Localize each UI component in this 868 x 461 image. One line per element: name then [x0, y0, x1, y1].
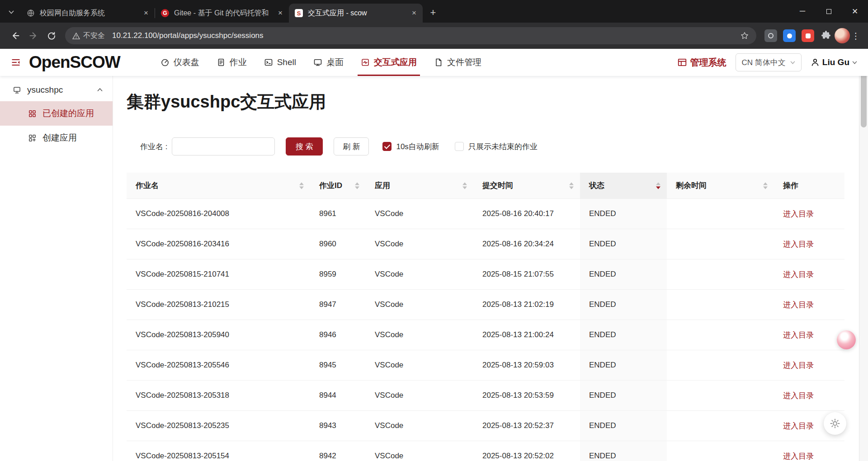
actions-cell: 进入目录 [774, 441, 844, 461]
tab-close-icon[interactable]: × [275, 8, 285, 18]
browser-tab-gitee[interactable]: G Gitee - 基于 Git 的代码托管和 × [155, 4, 289, 23]
table-row: VSCode-20250813-210215 8947 VSCode 2025-… [127, 290, 844, 320]
job-id-cell: 8961 [310, 199, 366, 229]
column-header-status[interactable]: 状态 [580, 173, 667, 199]
nav-item-file-manager[interactable]: 文件管理 [425, 49, 490, 76]
job-name-input[interactable] [172, 137, 275, 155]
extension-icon-3[interactable] [802, 29, 814, 42]
table-row: VSCode-20250813-205318 8944 VSCode 2025-… [127, 381, 844, 411]
openscow-logo[interactable]: OpenSCOW [29, 53, 120, 72]
column-header-submit-time[interactable]: 提交时间 [473, 173, 580, 199]
user-menu[interactable]: Liu Gu [811, 57, 857, 67]
browser-toolbar: 不安全 10.21.22.100/portal/apps/ysucshpc/se… [0, 23, 868, 49]
actions-cell: 进入目录 [774, 320, 844, 350]
enter-directory-link[interactable]: 进入目录 [783, 361, 814, 370]
browser-profile-avatar[interactable] [835, 28, 850, 43]
nav-item-shell[interactable]: Shell [255, 49, 305, 76]
status-cell: ENDED [580, 381, 667, 411]
sidebar-group-cluster[interactable]: ysucshpc [0, 79, 113, 101]
maximize-button[interactable] [816, 0, 842, 23]
address-bar[interactable]: 不安全 10.21.22.100/portal/apps/ysucshpc/se… [65, 27, 756, 44]
browser-menu-button[interactable]: ⋮ [850, 27, 862, 45]
submit-time-cell: 2025-08-15 21:07:55 [473, 259, 580, 290]
sidebar-item-created-apps[interactable]: 已创建的应用 [0, 101, 113, 126]
sort-icons [462, 182, 467, 189]
tab-close-icon[interactable]: × [141, 8, 151, 18]
app-cell: VSCode [366, 411, 473, 441]
enter-directory-link[interactable]: 进入目录 [783, 452, 814, 461]
enter-directory-link[interactable]: 进入目录 [783, 391, 814, 400]
sort-icons [763, 182, 768, 189]
browser-tab-campus[interactable]: 校园网自助服务系统 × [21, 4, 155, 23]
forward-button[interactable] [24, 27, 42, 45]
auto-refresh-checkbox-group[interactable]: 10s自动刷新 [382, 141, 439, 152]
enter-directory-link[interactable]: 进入目录 [783, 240, 814, 249]
table-row: VSCode-20250813-205940 8946 VSCode 2025-… [127, 320, 844, 350]
column-header-remaining-time[interactable]: 剩余时间 [667, 173, 774, 199]
enter-directory-link[interactable]: 进入目录 [783, 331, 814, 339]
enter-directory-link[interactable]: 进入目录 [783, 270, 814, 279]
column-header-job-id[interactable]: 作业ID [310, 173, 366, 199]
maximize-icon [826, 9, 831, 14]
star-icon [740, 31, 749, 40]
admin-system-link[interactable]: 管理系统 [677, 56, 726, 69]
submit-time-cell: 2025-08-13 21:02:19 [473, 290, 580, 320]
submit-time-cell: 2025-08-13 21:00:24 [473, 320, 580, 350]
scow-icon: S [294, 9, 303, 18]
theme-toggle-button[interactable] [824, 412, 846, 435]
sidebar-item-create-app[interactable]: 创建应用 [0, 126, 113, 150]
job-id-cell: 8945 [310, 350, 366, 381]
minimize-button[interactable]: ─ [789, 0, 816, 23]
actions-cell: 进入目录 [774, 229, 844, 259]
tab-search-button[interactable] [5, 5, 18, 19]
close-button[interactable]: ✕ [842, 0, 868, 23]
tab-close-icon[interactable]: × [409, 8, 419, 18]
sun-icon [830, 418, 840, 429]
sidebar: ysucshpc 已创建的应用 创建应用 [0, 76, 113, 461]
only-unfinished-checkbox[interactable] [455, 142, 464, 151]
reload-icon [47, 31, 56, 40]
enter-directory-link[interactable]: 进入目录 [783, 210, 814, 218]
nav-item-desktop[interactable]: 桌面 [305, 49, 352, 76]
page-scrollbar[interactable] [859, 49, 868, 461]
file-manager-icon [434, 58, 443, 67]
actions-cell: 进入目录 [774, 199, 844, 229]
sidebar-collapse-button[interactable] [10, 57, 22, 67]
new-tab-button[interactable]: + [426, 6, 440, 19]
submit-time-cell: 2025-08-13 20:52:02 [473, 441, 580, 461]
back-button[interactable] [6, 27, 24, 45]
nav-item-dashboard[interactable]: 仪表盘 [152, 49, 208, 76]
reload-button[interactable] [42, 27, 61, 45]
nav-item-interactive-apps[interactable]: 交互式应用 [352, 49, 425, 76]
site-security-chip[interactable]: 不安全 [72, 31, 105, 41]
enter-directory-link[interactable]: 进入目录 [783, 422, 814, 430]
actions-cell: 进入目录 [774, 350, 844, 381]
dashboard-icon [160, 58, 170, 67]
extension-icon-2[interactable] [783, 29, 796, 42]
column-header-app[interactable]: 应用 [366, 173, 473, 199]
bookmark-button[interactable] [740, 31, 749, 40]
floating-widget-button[interactable] [837, 330, 856, 349]
extension-icon-1[interactable] [764, 29, 777, 42]
only-unfinished-checkbox-group[interactable]: 只展示未结束的作业 [455, 141, 538, 152]
browser-tab-scow-active[interactable]: S 交互式应用 - scow × [289, 4, 423, 23]
sort-icons [299, 182, 304, 189]
auto-refresh-checkbox[interactable] [382, 142, 392, 151]
nav-item-jobs[interactable]: 作业 [208, 49, 255, 76]
job-name-cell: VSCode-20250815-210741 [127, 259, 310, 290]
status-cell: ENDED [580, 229, 667, 259]
search-button[interactable]: 搜 索 [286, 137, 323, 155]
job-name-cell: VSCode-20250813-205235 [127, 411, 310, 441]
status-cell: ENDED [580, 290, 667, 320]
sort-icons [355, 182, 359, 189]
job-name-cell: VSCode-20250816-203416 [127, 229, 310, 259]
language-selector[interactable]: CN 简体中文 [736, 53, 802, 71]
extensions-puzzle-icon[interactable] [820, 29, 833, 42]
table-row: VSCode-20250813-205154 8942 VSCode 2025-… [127, 441, 844, 461]
enter-directory-link[interactable]: 进入目录 [783, 301, 814, 309]
url-text: 10.21.22.100/portal/apps/ysucshpc/sessio… [112, 31, 740, 40]
app-cell: VSCode [366, 350, 473, 381]
column-header-job-name[interactable]: 作业名 [127, 173, 310, 199]
refresh-button[interactable]: 刷 新 [334, 137, 369, 155]
remaining-time-cell [667, 411, 774, 441]
